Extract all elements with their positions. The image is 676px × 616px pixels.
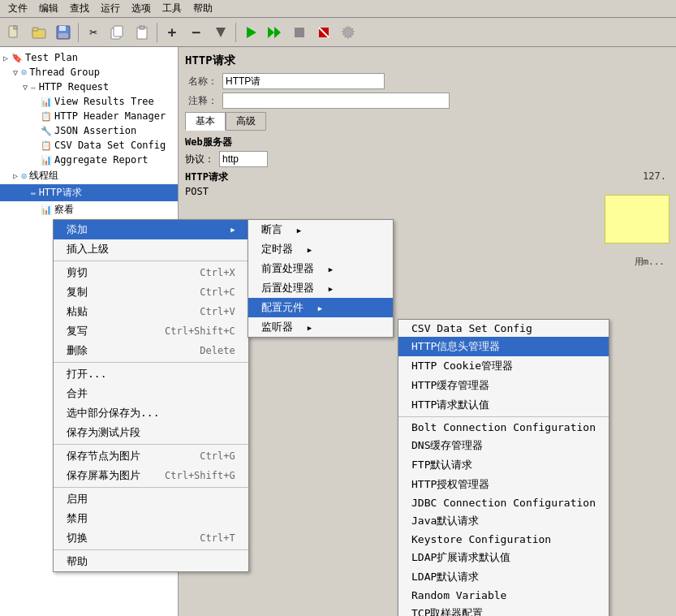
config-http-header[interactable]: HTTP信息头管理器	[398, 337, 609, 356]
ctx-sep3	[54, 444, 248, 445]
tab-advanced[interactable]: 高级	[226, 112, 266, 131]
submenu-add-timer[interactable]: 定时器	[248, 239, 393, 259]
svg-rect-1	[14, 26, 17, 29]
toolbar-new[interactable]	[3, 21, 26, 44]
toolbar-add[interactable]: +	[161, 21, 183, 44]
ctx-save-screen-img[interactable]: 保存屏幕为图片 Ctrl+Shift+G	[54, 466, 248, 485]
config-csv[interactable]: CSV Data Set Config	[398, 320, 609, 337]
tree-item-httpreq1[interactable]: ▽ ✏ HTTP Request	[0, 80, 178, 94]
config-ftp[interactable]: FTP默认请求	[398, 455, 609, 475]
menubar: 文件 编辑 查找 运行 选项 工具 帮助	[0, 0, 676, 18]
toolbar-expand[interactable]	[209, 21, 232, 44]
ctx-paste[interactable]: 粘贴 Ctrl+V	[54, 302, 248, 321]
tree-item-testplan[interactable]: ▷ 🔖 Test Plan	[0, 50, 178, 65]
menu-options[interactable]: 选项	[127, 0, 156, 17]
menu-tools[interactable]: 工具	[157, 0, 187, 17]
toolbar-play[interactable]	[239, 21, 262, 44]
ctx-sep5	[54, 549, 248, 550]
tree-item-viewresults[interactable]: 📊 View Results Tree	[0, 94, 178, 109]
ctx-enable-label: 启用	[67, 492, 88, 506]
config-random-variable[interactable]: Random Variable	[398, 587, 609, 604]
toolbar-stop[interactable]	[288, 21, 311, 44]
menu-run[interactable]: 运行	[96, 0, 125, 17]
toolbar-play-all[interactable]	[264, 21, 286, 44]
tree-item-httpreq2[interactable]: ✏ HTTP请求	[0, 184, 178, 201]
svg-marker-11	[216, 28, 226, 37]
config-ldap-default[interactable]: LDAP默认请求	[398, 567, 609, 587]
toolbar-stop-now[interactable]	[312, 21, 335, 44]
ctx-cut[interactable]: 剪切 Ctrl+X	[54, 263, 248, 282]
comment-input[interactable]	[222, 93, 450, 109]
tree-item-jsonassertion[interactable]: 🔧 JSON Assertion	[0, 123, 178, 138]
ctx-save-screen-img-label: 保存屏幕为图片	[67, 468, 140, 483]
protocol-input[interactable]	[219, 151, 268, 167]
toolbar-cut[interactable]: ✂	[82, 21, 105, 44]
config-http-cookie[interactable]: HTTP Cookie管理器	[398, 356, 609, 376]
name-input[interactable]	[222, 73, 385, 89]
expand-threadgroup[interactable]: ▽	[13, 68, 21, 77]
config-http-auth[interactable]: HTTP授权管理器	[398, 475, 609, 494]
tree-item-threadgroup[interactable]: ▽ ⊙ Thread Group	[0, 65, 178, 80]
config-tcp-label: TCP取样器配置	[411, 607, 483, 616]
menu-find[interactable]: 查找	[65, 0, 94, 17]
name-label: 名称：	[185, 75, 217, 88]
config-keystore-label: Keystore Configuration	[411, 533, 551, 545]
expand-httpreq1[interactable]: ▽	[23, 83, 31, 92]
ctx-save-selected[interactable]: 选中部分保存为...	[54, 403, 248, 423]
expand-threadgroup2[interactable]: ▷	[13, 171, 21, 180]
ctx-toggle[interactable]: 切换 Ctrl+T	[54, 528, 248, 548]
ctx-enable[interactable]: 启用	[54, 489, 248, 509]
tree-item-headerMgr[interactable]: 📋 HTTP Header Manager	[0, 109, 178, 123]
threadgroup-label: Thread Group	[29, 67, 100, 78]
ctx-insert-parent[interactable]: 插入上级	[54, 239, 248, 259]
ctx-disable[interactable]: 禁用	[54, 509, 248, 528]
config-tcp[interactable]: TCP取样器配置	[398, 604, 609, 616]
toolbar-remove[interactable]: −	[185, 21, 208, 44]
toolbar-paste[interactable]	[131, 21, 153, 44]
ctx-help[interactable]: 帮助	[54, 552, 248, 571]
ctx-sep2	[54, 362, 248, 363]
config-ldap-default-label: LDAP默认请求	[411, 571, 479, 583]
submenu-add-config[interactable]: 配置元件	[248, 298, 393, 317]
config-keystore[interactable]: Keystore Configuration	[398, 531, 609, 548]
submenu-add-assertion[interactable]: 断言	[248, 220, 393, 239]
toolbar-open[interactable]	[28, 21, 50, 44]
expand-testplan[interactable]: ▷	[3, 54, 11, 62]
ctx-delete[interactable]: 删除 Delete	[54, 341, 248, 360]
ctx-cut-label: 剪切	[67, 265, 88, 280]
toolbar-save[interactable]	[52, 21, 75, 44]
ctx-save-node-img[interactable]: 保存节点为图片 Ctrl+G	[54, 446, 248, 466]
submenu-add-postprocessor[interactable]: 后置处理器	[248, 278, 393, 298]
tree-item-threadgroup2[interactable]: ▷ ⊙ 线程组	[0, 167, 178, 184]
ctx-copy[interactable]: 复制 Ctrl+C	[54, 282, 248, 302]
menu-edit[interactable]: 编辑	[34, 0, 63, 17]
config-http-cache[interactable]: HTTP缓存管理器	[398, 376, 609, 395]
http-form: HTTP请求 名称： 注释： 基本 高级 Web服务器 协议： HTTP请求 P…	[185, 54, 670, 197]
toolbar-copy[interactable]	[106, 21, 129, 44]
menu-help[interactable]: 帮助	[188, 0, 217, 17]
ctx-paste-shortcut: Ctrl+V	[200, 306, 235, 317]
config-ldap-extended[interactable]: LDAP扩展请求默认值	[398, 548, 609, 567]
config-bolt[interactable]: Bolt Connection Configuration	[398, 419, 609, 436]
view2-icon: 📊	[41, 205, 52, 215]
ctx-add[interactable]: 添加	[54, 220, 248, 239]
tree-item-aggregate[interactable]: 📊 Aggregate Report	[0, 153, 178, 167]
ctx-merge[interactable]: 合并	[54, 384, 248, 403]
config-jdbc[interactable]: JDBC Connection Configuration	[398, 494, 609, 511]
ctx-open[interactable]: 打开...	[54, 364, 248, 384]
jsonassertion-label: JSON Assertion	[54, 125, 136, 136]
ctx-save-snippet[interactable]: 保存为测试片段	[54, 423, 248, 442]
tree-item-csv[interactable]: 📋 CSV Data Set Config	[0, 138, 178, 153]
ctx-duplicate[interactable]: 复写 Ctrl+Shift+C	[54, 321, 248, 341]
config-java-default[interactable]: Java默认请求	[398, 511, 609, 531]
toolbar-settings[interactable]	[337, 21, 360, 44]
tree-item-view2[interactable]: 📊 察看	[0, 201, 178, 218]
web-server-label: Web服务器	[185, 136, 670, 149]
submenu-add-listener[interactable]: 监听器	[248, 317, 393, 337]
config-dns[interactable]: DNS缓存管理器	[398, 436, 609, 455]
menu-file[interactable]: 文件	[3, 0, 32, 17]
config-http-defaults[interactable]: HTTP请求默认值	[398, 395, 609, 415]
tab-basic[interactable]: 基本	[185, 112, 226, 131]
submenu-add-preprocessor[interactable]: 前置处理器	[248, 259, 393, 278]
svg-rect-15	[295, 28, 304, 37]
